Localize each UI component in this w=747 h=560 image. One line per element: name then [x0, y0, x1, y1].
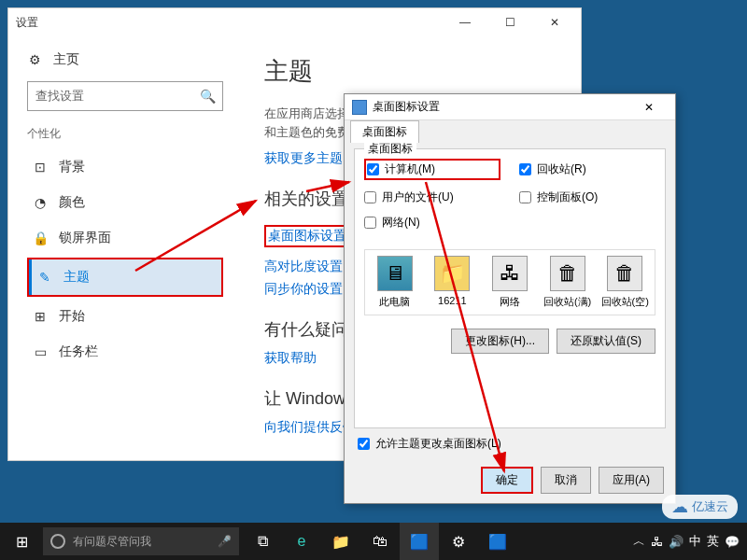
app-button-2[interactable]: 🟦 [478, 523, 517, 560]
sidebar-item-themes[interactable]: ✎主题 [29, 259, 221, 295]
group-title: 桌面图标 [364, 141, 416, 157]
network-icon: 🖧 [492, 256, 528, 291]
sidebar-item-lockscreen[interactable]: 🔒锁屏界面 [27, 220, 223, 256]
trash-icon: 🗑 [607, 256, 642, 291]
minimize-button[interactable]: — [446, 9, 484, 35]
tab-strip: 桌面图标 [345, 120, 675, 143]
sidebar-item-taskbar[interactable]: ▭任务栏 [27, 334, 223, 370]
search-placeholder: 查找设置 [35, 88, 200, 105]
desktop-icon-dialog: 桌面图标设置 ✕ 桌面图标 桌面图标 计算机(M) 回收站(R) 用户的文件(U… [344, 93, 676, 504]
section-label: 个性化 [27, 126, 223, 142]
taskbar: ⊞ 有问题尽管问我 🎤 ⧉ e 📁 🛍 🟦 ⚙ 🟦 ︿ 🖧 🔊 中 英 💬 [0, 523, 747, 560]
settings-sidebar: ⚙ 主页 查找设置 🔍 个性化 ⊡背景 ◔颜色 🔒锁屏界面 ✎主题 ⊞开始 ▭任… [8, 36, 242, 460]
icon-preview-row: 🖥此电脑 📁16211 🖧网络 🗑回收站(满) 🗑回收站(空) [364, 249, 655, 315]
search-icon: 🔍 [200, 89, 215, 104]
dialog-title: 桌面图标设置 [373, 99, 630, 115]
checkbox-allow-theme[interactable]: 允许主题更改桌面图标(L) [358, 436, 662, 452]
cancel-button[interactable]: 取消 [541, 467, 591, 494]
checkbox-recyclebin[interactable]: 回收站(R) [519, 159, 655, 180]
watermark-text: 亿速云 [692, 498, 728, 515]
icon-preview-user[interactable]: 📁16211 [429, 256, 477, 309]
desktop-icon-settings-link[interactable]: 桌面图标设置 [264, 225, 350, 247]
checkbox-userfiles[interactable]: 用户的文件(U) [364, 189, 500, 205]
home-label: 主页 [53, 51, 79, 68]
trash-icon: 🗑 [550, 256, 585, 291]
icons-group: 桌面图标 计算机(M) 回收站(R) 用户的文件(U) 控制面板(O) 网络(N… [354, 148, 666, 428]
window-titlebar: 设置 — ☐ ✕ [8, 8, 581, 36]
page-title: 主题 [264, 55, 558, 88]
volume-icon[interactable]: 🔊 [669, 535, 684, 549]
dialog-icon [352, 100, 367, 115]
apply-button[interactable]: 应用(A) [599, 467, 664, 494]
ok-button[interactable]: 确定 [481, 467, 533, 494]
explorer-button[interactable]: 📁 [321, 523, 360, 560]
taskview-button[interactable]: ⧉ [243, 523, 282, 560]
lock-icon: 🔒 [33, 231, 48, 245]
sidebar-item-background[interactable]: ⊡背景 [27, 149, 223, 185]
app-button-1[interactable]: 🟦 [400, 523, 439, 560]
icon-preview-thispc[interactable]: 🖥此电脑 [371, 256, 419, 309]
gear-icon: ⚙ [27, 52, 42, 67]
edge-button[interactable]: e [282, 523, 321, 560]
mic-icon: 🎤 [218, 535, 232, 548]
ime-chs[interactable]: 中 [689, 533, 701, 550]
icon-preview-binempty[interactable]: 🗑回收站(空) [600, 256, 649, 309]
icon-preview-binfull[interactable]: 🗑回收站(满) [543, 256, 592, 309]
folder-icon: 📁 [434, 256, 470, 291]
cloud-icon: ☁ [671, 497, 688, 517]
monitor-icon: 🖥 [377, 256, 413, 291]
taskbar-icon: ▭ [33, 344, 48, 359]
sidebar-item-start[interactable]: ⊞开始 [27, 299, 223, 334]
system-tray[interactable]: ︿ 🖧 🔊 中 英 💬 [633, 533, 747, 550]
start-button[interactable]: ⊞ [0, 523, 43, 560]
settings-taskbutton[interactable]: ⚙ [439, 523, 478, 560]
cortana-icon [50, 534, 65, 549]
change-icon-button[interactable]: 更改图标(H)... [451, 329, 549, 354]
cortana-search[interactable]: 有问题尽管问我 🎤 [43, 527, 239, 555]
restore-default-button[interactable]: 还原默认值(S) [557, 329, 655, 354]
watermark: ☁ 亿速云 [662, 495, 738, 519]
close-button[interactable]: ✕ [536, 9, 573, 35]
ime-lang[interactable]: 英 [707, 533, 719, 550]
checkbox-network[interactable]: 网络(N) [364, 215, 500, 231]
start-icon: ⊞ [33, 309, 48, 324]
search-input[interactable]: 查找设置 🔍 [27, 81, 223, 111]
cortana-placeholder: 有问题尽管问我 [73, 534, 151, 550]
dialog-titlebar: 桌面图标设置 ✕ [345, 94, 675, 120]
notification-icon[interactable]: 💬 [725, 535, 740, 549]
highlight-box: ✎主题 [27, 258, 223, 297]
home-link[interactable]: ⚙ 主页 [27, 46, 223, 74]
palette-icon: ◔ [33, 195, 48, 210]
tab-desktop-icons[interactable]: 桌面图标 [350, 120, 419, 143]
sidebar-item-colors[interactable]: ◔颜色 [27, 185, 223, 220]
pen-icon: ✎ [37, 270, 52, 285]
checkbox-computer[interactable]: 计算机(M) [364, 159, 500, 180]
maximize-button[interactable]: ☐ [491, 9, 529, 35]
window-title: 设置 [16, 15, 446, 31]
checkbox-controlpanel[interactable]: 控制面板(O) [519, 189, 655, 205]
picture-icon: ⊡ [33, 160, 48, 175]
network-tray-icon[interactable]: 🖧 [651, 535, 663, 549]
dialog-close-button[interactable]: ✕ [630, 101, 668, 114]
chevron-up-icon[interactable]: ︿ [633, 533, 645, 550]
store-button[interactable]: 🛍 [360, 523, 400, 560]
icon-preview-network[interactable]: 🖧网络 [486, 256, 534, 309]
